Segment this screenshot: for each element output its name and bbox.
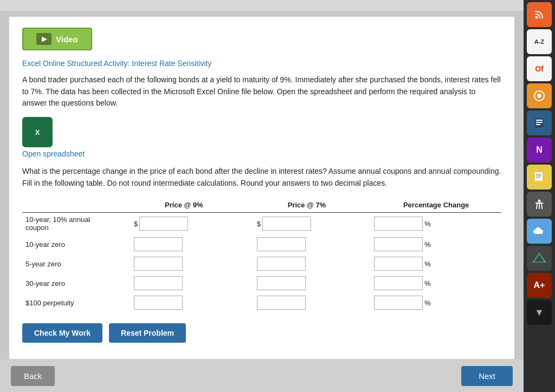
row-label-4: 30-year zero (22, 273, 131, 293)
activity-title[interactable]: Excel Online Structured Activity: Intere… (22, 59, 501, 68)
video-button[interactable]: ▶ Video (22, 28, 92, 50)
table-row: 30-year zero (22, 273, 501, 293)
svg-point-2 (537, 94, 541, 98)
question-text: What is the percentage change in the pri… (22, 166, 501, 189)
price9-input-3[interactable] (134, 257, 183, 271)
price9-cell-5 (131, 293, 237, 312)
price9-cell-4 (131, 273, 237, 293)
pct-sign-5: % (424, 299, 431, 307)
price9-input-4[interactable] (134, 276, 183, 290)
excel-icon: X (22, 117, 53, 147)
svg-rect-10 (536, 177, 540, 178)
pct-input-1[interactable] (374, 217, 423, 231)
pct-cell-4: % (371, 273, 501, 293)
sidebar-icon-accessibility[interactable] (527, 192, 552, 217)
col-header-price7: Price @ 7% (254, 198, 360, 213)
price7-input-1[interactable] (262, 217, 311, 231)
svg-rect-7 (535, 172, 543, 181)
video-icon: ▶ (36, 33, 51, 45)
svg-rect-9 (536, 175, 541, 177)
bottom-nav: Back Next (0, 360, 524, 392)
row-label-5: $100 perpetuity (22, 293, 131, 312)
price9-cell-1: $ (131, 213, 237, 235)
price9-input-1[interactable] (139, 217, 188, 231)
price7-input-3[interactable] (257, 257, 306, 271)
check-work-button[interactable]: Check My Work (22, 323, 102, 343)
price7-cell-5 (254, 293, 360, 312)
sidebar-icon-cloud[interactable] (527, 219, 552, 244)
top-bar (0, 0, 524, 11)
pct-input-2[interactable] (374, 237, 423, 251)
pct-cell-1: % (371, 213, 501, 235)
pct-cell-3: % (371, 254, 501, 273)
svg-rect-5 (536, 122, 543, 123)
reset-problem-button[interactable]: Reset Problem (109, 323, 186, 343)
data-table: Price @ 9% Price @ 7% Percentage Change … (22, 198, 501, 312)
price9-input-2[interactable] (134, 237, 183, 251)
col-header-price9: Price @ 9% (131, 198, 237, 213)
sidebar-icon-notebook[interactable] (527, 110, 552, 135)
svg-point-11 (538, 200, 541, 202)
price9-cell-2 (131, 234, 237, 254)
pct-cell-2: % (371, 234, 501, 254)
sidebar-icon-arrow-down[interactable]: ▼ (527, 300, 552, 325)
pct-cell-5: % (371, 293, 501, 312)
sidebar: A-Z Of N A+ ▼ (524, 0, 555, 392)
svg-point-0 (535, 16, 538, 19)
row-label-2: 10-year zero (22, 234, 131, 254)
action-button-row: Check My Work Reset Problem (22, 323, 501, 343)
pct-input-5[interactable] (374, 296, 423, 310)
content-card: ▶ Video Excel Online Structured Activity… (9, 16, 515, 360)
pct-sign-1: % (424, 220, 431, 228)
table-row: $100 perpetuity (22, 293, 501, 312)
sidebar-icon-avatar[interactable]: A+ (527, 273, 552, 298)
svg-rect-8 (536, 174, 541, 175)
svg-rect-4 (536, 120, 543, 121)
table-row: 10-year zero (22, 234, 501, 254)
sidebar-icon-drive[interactable] (527, 246, 552, 271)
back-button[interactable]: Back (11, 366, 55, 386)
svg-rect-6 (536, 124, 540, 125)
dollar-sign-1-9: $ (134, 220, 138, 228)
table-row: 5-year zero (22, 254, 501, 273)
excel-area: X Open spreadsheet (22, 117, 501, 158)
price7-cell-3 (254, 254, 360, 273)
activity-description: A bond trader purchased each of the foll… (22, 74, 501, 109)
sidebar-icon-az[interactable]: A-Z (527, 29, 552, 54)
pct-sign-2: % (424, 240, 431, 249)
pct-sign-3: % (424, 260, 431, 268)
price7-cell-2 (254, 234, 360, 254)
price9-input-5[interactable] (134, 296, 183, 310)
price9-cell-3 (131, 254, 237, 273)
pct-input-4[interactable] (374, 276, 423, 290)
next-button[interactable]: Next (461, 366, 513, 386)
price7-cell-4 (254, 273, 360, 293)
col-header-label (22, 198, 131, 213)
sidebar-icon-onenote[interactable]: N (527, 138, 552, 162)
sidebar-icon-office[interactable]: Of (527, 56, 552, 81)
sidebar-icon-rss[interactable] (527, 2, 552, 27)
col-header-pct: Percentage Change (371, 198, 501, 213)
sidebar-icon-beatport[interactable] (527, 83, 552, 108)
price7-input-4[interactable] (257, 276, 306, 290)
dollar-sign-1-7: $ (257, 220, 261, 228)
price7-input-5[interactable] (257, 296, 306, 310)
open-spreadsheet-link[interactable]: Open spreadsheet (22, 149, 85, 158)
video-button-label: Video (56, 35, 78, 44)
price7-cell-1: $ (254, 213, 360, 235)
price7-input-2[interactable] (257, 237, 306, 251)
pct-sign-4: % (424, 279, 431, 288)
table-row: 10-year, 10% annualcoupon $ $ (22, 213, 501, 235)
row-label-3: 5-year zero (22, 254, 131, 273)
sidebar-icon-notes[interactable] (527, 165, 552, 190)
row-label-1: 10-year, 10% annualcoupon (22, 213, 131, 235)
pct-input-3[interactable] (374, 257, 423, 271)
